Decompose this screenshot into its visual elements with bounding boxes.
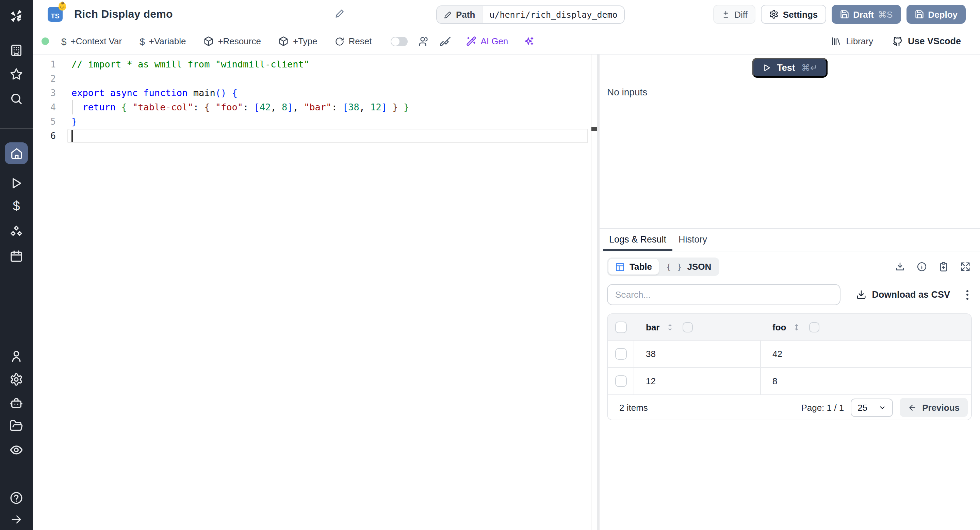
sparkles-icon[interactable] (523, 36, 534, 47)
reset-button[interactable]: Reset (335, 36, 372, 46)
diff-button[interactable]: Diff (713, 5, 756, 24)
current-line-highlight (67, 129, 588, 143)
sidebar-item-folders[interactable] (10, 419, 23, 433)
draft-shortcut: ⌘S (878, 9, 892, 19)
path-field[interactable]: Path u/henri/rich_display_demo (436, 5, 625, 24)
add-variable-button[interactable]: $ +Variable (140, 36, 186, 47)
code-line[interactable]: } (72, 115, 77, 129)
top-bar: TS 👶 Rich Display demo Path u/henri/rich… (33, 0, 980, 29)
sidebar-item-workers[interactable] (10, 396, 23, 410)
view-switcher: Table { } JSON (607, 257, 719, 276)
search-input[interactable] (607, 284, 840, 305)
row-checkbox[interactable] (615, 375, 627, 387)
column-header-foo[interactable]: foo (772, 322, 786, 332)
sidebar-item-schedules[interactable] (10, 249, 23, 263)
use-vscode-button[interactable]: Use VScode (892, 36, 961, 47)
sidebar-item-settings[interactable] (10, 373, 23, 386)
code-line[interactable]: // import * as wmill from "windmill-clie… (72, 57, 309, 72)
windmill-logo-icon[interactable] (8, 7, 25, 24)
sidebar-item-variables[interactable]: $ (13, 199, 20, 214)
sidebar-item-resources[interactable] (9, 225, 24, 239)
sidebar-item-audit-logs[interactable] (9, 443, 24, 457)
format-brush-icon[interactable] (440, 36, 451, 47)
script-emoji: 👶 (57, 2, 67, 10)
pane-splitter[interactable] (597, 54, 600, 530)
expand-icon[interactable] (960, 262, 970, 272)
table-row[interactable]: 38 42 (608, 340, 971, 367)
page-size-select[interactable]: 25 (851, 398, 893, 417)
view-table-button[interactable]: Table (608, 259, 659, 275)
braces-icon: { } (666, 262, 682, 271)
chevron-down-icon (878, 404, 886, 411)
code-line[interactable]: return { "table-col": { "foo": [42, 8], … (72, 100, 409, 115)
status-dot (41, 37, 49, 45)
home-icon (10, 147, 23, 160)
play-icon (10, 176, 23, 190)
page-title: Rich Display demo (74, 8, 173, 21)
save-icon (914, 10, 924, 19)
column-filter-box[interactable] (809, 322, 819, 332)
line-number: 1 (33, 57, 56, 72)
editor-toolbar: $ +Context Var $ +Variable +Resource +Ty… (33, 29, 980, 54)
diff-icon (721, 10, 730, 19)
workspace-building-icon[interactable] (10, 44, 23, 57)
code-line[interactable]: export async function main() { (72, 86, 237, 100)
results-section: Logs & Result History Table { } (600, 229, 980, 530)
sort-icon[interactable] (666, 322, 675, 331)
info-icon[interactable] (917, 262, 927, 272)
sidebar-item-account[interactable] (10, 350, 23, 363)
arrow-left-icon (908, 403, 917, 412)
download-icon (856, 289, 866, 300)
sort-icon[interactable] (792, 322, 801, 331)
expand-sidebar-arrow-icon[interactable] (10, 513, 23, 526)
settings-button[interactable]: Settings (761, 5, 826, 24)
sidebar-item-home[interactable] (5, 142, 28, 164)
code-editor[interactable]: 123456 // import * as wmill from "windmi… (33, 54, 597, 530)
line-number: 5 (33, 115, 56, 129)
windmill-app: $ TS (0, 0, 980, 530)
edit-summary-pencil-icon[interactable] (335, 9, 344, 18)
table-row[interactable]: 12 8 (608, 367, 971, 394)
line-number: 4 (33, 100, 56, 115)
tab-logs-result[interactable]: Logs & Result (603, 229, 672, 251)
select-all-checkbox[interactable] (615, 321, 627, 333)
path-value[interactable]: u/henri/rich_display_demo (482, 6, 624, 23)
no-inputs-label: No inputs (607, 86, 647, 97)
library-button[interactable]: Library (831, 36, 873, 46)
previous-page-button[interactable]: Previous (900, 398, 968, 417)
help-icon[interactable] (10, 491, 23, 505)
calendar-icon (10, 249, 23, 263)
search-icon[interactable] (10, 92, 23, 105)
copy-to-clipboard-icon[interactable] (939, 262, 949, 272)
gear-icon (10, 373, 23, 386)
wand-icon (466, 36, 476, 46)
tab-history[interactable]: History (672, 229, 713, 251)
sidebar-item-runs[interactable] (10, 176, 23, 190)
deploy-button[interactable]: Deploy (906, 5, 966, 24)
row-checkbox[interactable] (615, 348, 627, 360)
column-header-bar[interactable]: bar (646, 322, 659, 332)
robot-icon (10, 396, 23, 410)
inputs-section: Test ⌘↵ No inputs (600, 54, 980, 229)
download-result-icon[interactable] (895, 262, 905, 272)
table-menu-kebab-icon[interactable] (966, 290, 969, 299)
view-json-button[interactable]: { } JSON (659, 259, 718, 275)
text-cursor (72, 130, 73, 142)
add-resource-button[interactable]: +Resource (204, 36, 261, 46)
ai-gen-button[interactable]: AI Gen (466, 36, 508, 46)
save-icon (840, 10, 849, 19)
favorites-star-icon[interactable] (10, 67, 23, 81)
table-footer: 2 items Page: 1 / 1 25 Previous (608, 394, 971, 420)
path-label[interactable]: Path (437, 6, 482, 23)
multiplayer-toggle[interactable] (391, 37, 408, 46)
download-csv-button[interactable]: Download as CSV (856, 289, 950, 300)
multiplayer-users-icon[interactable] (418, 36, 430, 47)
column-filter-box[interactable] (682, 322, 693, 332)
line-number: 2 (33, 72, 56, 86)
add-type-button[interactable]: +Type (279, 36, 318, 46)
draft-button[interactable]: Draft ⌘S (831, 5, 901, 24)
test-button[interactable]: Test ⌘↵ (752, 58, 827, 78)
add-context-var-button[interactable]: $ +Context Var (61, 36, 122, 47)
reset-icon (335, 37, 344, 46)
dollar-icon: $ (61, 36, 67, 47)
